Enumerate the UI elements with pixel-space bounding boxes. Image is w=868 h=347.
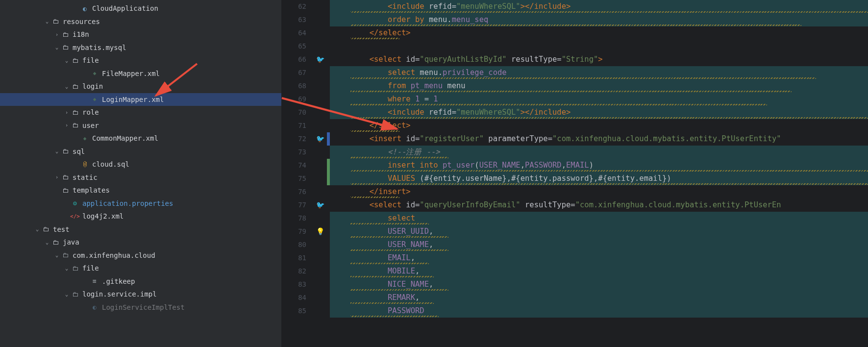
tree-item-user[interactable]: ›🗀user: [0, 119, 281, 132]
tree-item-file[interactable]: ⌄🗀file: [0, 262, 281, 275]
tree-item-sql[interactable]: ⌄🗀sql: [0, 145, 281, 158]
tree-item-log4j2-xml[interactable]: </>log4j2.xml: [0, 210, 281, 223]
tree-item-login[interactable]: ⌄🗀login: [0, 80, 281, 93]
code-token: "queryAuthListById": [420, 55, 506, 64]
code-line-80[interactable]: USER_NAME,: [330, 238, 868, 251]
tree-item-application-properties[interactable]: ⚙application.properties: [0, 197, 281, 210]
code-token: >: [406, 28, 410, 37]
code-line-65[interactable]: [330, 40, 868, 53]
tree-item-loginmapper-xml[interactable]: ◆LoginMapper.xml: [0, 93, 281, 106]
tree-item-commonmapper-xml[interactable]: ◆CommonMapper.xml: [0, 132, 281, 145]
db-nav-icon[interactable]: 🐦: [316, 53, 324, 66]
code-line-68[interactable]: from pt_menu menu: [330, 79, 868, 93]
code-line-71[interactable]: </select>: [330, 119, 868, 132]
code-line-69[interactable]: where 1 = 1: [330, 93, 868, 106]
tree-item-file[interactable]: ⌄🗀file: [0, 54, 281, 67]
code-line-72[interactable]: <insert id="registerUser" parameterType=…: [330, 132, 868, 146]
code-token: "menuWhereSQL": [456, 108, 521, 117]
chevron-down-icon[interactable]: ⌄: [63, 265, 71, 272]
chevron-down-icon[interactable]: ⌄: [33, 226, 41, 232]
code-line-74[interactable]: insert into pt_user(USER_NAME,PASSWORD,E…: [330, 159, 868, 172]
chevron-down-icon[interactable]: ⌄: [43, 239, 51, 246]
chevron-down-icon[interactable]: ⌄: [63, 83, 71, 90]
code-token: ,: [507, 174, 511, 183]
sql-icon: 🛢: [80, 160, 89, 169]
code-line-77[interactable]: <select id="queryUserInfoByEmail" result…: [330, 198, 868, 212]
code-token: <: [370, 200, 374, 209]
code-token: "registerUser": [420, 134, 484, 143]
code-line-73[interactable]: <!--注册 -->: [330, 146, 868, 159]
tree-item-templates[interactable]: 🗀templates: [0, 184, 281, 197]
code-line-81[interactable]: EMAIL,: [330, 251, 868, 265]
code-line-83[interactable]: NICE_NAME,: [330, 278, 868, 291]
chevron-right-icon[interactable]: ›: [53, 174, 61, 180]
code-line-62[interactable]: <include refid="menuWhereSQL"></include>: [330, 0, 868, 13]
tree-item-java[interactable]: ⌄🗀java: [0, 236, 281, 249]
gutter-annotation: [313, 13, 327, 26]
chevron-down-icon[interactable]: ⌄: [63, 57, 71, 64]
code-token: =: [548, 134, 552, 143]
intention-bulb-icon[interactable]: 💡: [316, 225, 324, 238]
code-line-66[interactable]: <select id="queryAuthListById" resultTyp…: [330, 53, 868, 66]
code-line-82[interactable]: MOBILE,: [330, 265, 868, 278]
chevron-down-icon[interactable]: ⌄: [43, 18, 51, 25]
code-line-78[interactable]: select: [330, 212, 868, 225]
gutter-annotation: [313, 278, 327, 291]
code-line-76[interactable]: </insert>: [330, 185, 868, 198]
tree-item-static[interactable]: ›🗀static: [0, 171, 281, 184]
db-nav-icon[interactable]: 🐦: [316, 132, 324, 146]
tree-item-label: static: [73, 174, 98, 181]
tree-item-filemapper-xml[interactable]: ◆FileMapper.xml: [0, 67, 281, 80]
code-token: insert into: [388, 161, 438, 170]
chevron-right-icon[interactable]: ›: [63, 122, 71, 128]
code-line-75[interactable]: VALUES (#{entity.userName},#{entity.pass…: [330, 172, 868, 185]
code-token: ): [589, 161, 594, 170]
tree-item-resources[interactable]: ⌄🗀resources: [0, 15, 281, 28]
code-line-70[interactable]: <include refid="menuWhereSQL"></include>: [330, 106, 868, 119]
code-token: (: [474, 161, 479, 170]
code-token: resultType: [511, 55, 557, 64]
code-token: MOBILE: [388, 267, 415, 275]
line-number: 63: [281, 13, 306, 26]
code-token: parameterType: [488, 134, 547, 143]
tree-item-com-xinfenghua-cloud[interactable]: ⌄🗀com.xinfenghua.cloud: [0, 249, 281, 262]
tree-item-i18n[interactable]: ›🗀i18n: [0, 28, 281, 41]
tree-item-label: file: [82, 56, 99, 64]
tree-item-role[interactable]: ›🗀role: [0, 106, 281, 119]
chevron-down-icon[interactable]: ⌄: [63, 291, 71, 297]
tree-item-cloud-sql[interactable]: 🛢cloud.sql: [0, 158, 281, 171]
code-line-64[interactable]: </select>: [330, 26, 868, 40]
tree-item-test[interactable]: ⌄🗀test: [0, 223, 281, 236]
tree-item-loginserviceimpltest[interactable]: ◐LoginServiceImplTest: [0, 301, 281, 314]
chevron-right-icon[interactable]: ›: [53, 31, 61, 38]
gutter-annotation: [313, 146, 327, 159]
project-tree[interactable]: ◐CloudApplication⌄🗀resources›🗀i18n⌄🗀myba…: [0, 0, 281, 347]
folder-icon: 🗀: [71, 56, 79, 65]
code-token: select: [388, 68, 415, 77]
chevron-down-icon[interactable]: ⌄: [53, 252, 61, 258]
code-line-67[interactable]: select menu.privilege_code: [330, 66, 868, 79]
tree-item-mybatis-mysql[interactable]: ⌄🗀mybatis.mysql: [0, 41, 281, 54]
code-token: EMAIL: [388, 253, 411, 262]
tree-item-login-service-impl[interactable]: ⌄🗀login.service.impl: [0, 288, 281, 301]
warning-squiggle: [350, 302, 434, 304]
gutter-annotation: 🐦: [313, 198, 327, 212]
code-token: [424, 108, 429, 117]
chevron-down-icon[interactable]: ⌄: [53, 148, 61, 154]
code-token: >: [566, 2, 570, 11]
code-area[interactable]: <include refid="menuWhereSQL"></include>…: [330, 0, 868, 347]
code-line-84[interactable]: REMARK,: [330, 291, 868, 304]
code-line-63[interactable]: order by menu.menu_seq: [330, 13, 868, 26]
code-token: NICE_NAME: [388, 280, 429, 289]
chevron-right-icon[interactable]: ›: [63, 109, 71, 116]
db-nav-icon[interactable]: 🐦: [316, 198, 324, 212]
tree-item-cloudapplication[interactable]: ◐CloudApplication: [0, 2, 281, 15]
tree-item--gitkeep[interactable]: ≡.gitkeep: [0, 275, 281, 288]
code-editor[interactable]: 6263646566676869707172737475767778798081…: [281, 0, 868, 347]
code-token: ,: [521, 161, 525, 170]
code-token: [333, 161, 388, 170]
code-line-85[interactable]: PASSWORD: [330, 304, 868, 318]
chevron-down-icon[interactable]: ⌄: [53, 44, 61, 50]
code-line-79[interactable]: USER_UUID,: [330, 225, 868, 238]
code-token: =: [452, 108, 456, 117]
